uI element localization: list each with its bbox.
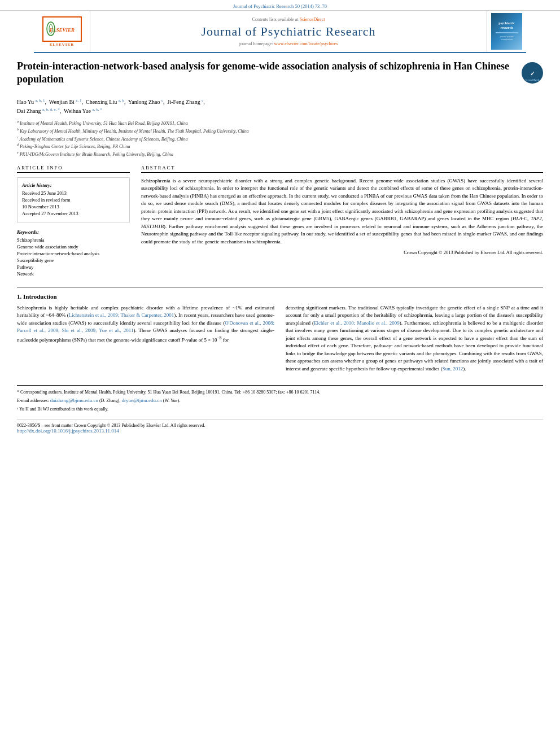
keywords-label: Keywords: bbox=[17, 229, 130, 235]
journal-name: Journal of Psychiatric Research bbox=[202, 24, 376, 39]
received-revised-label: Received in revised form bbox=[22, 197, 125, 203]
affil-e: e PKU-IDG/McGovern Institute for Brain R… bbox=[17, 150, 543, 158]
elsevier-text: ELSEVIER bbox=[50, 42, 74, 47]
article-history-box: Article history: Received 25 June 2013 R… bbox=[17, 177, 130, 222]
author-6: Dai Zhang a, b, d, e, *, bbox=[17, 108, 63, 114]
cite-sun[interactable]: Sun, 2012 bbox=[443, 366, 463, 372]
intro-para-2: detecting significant markers. The tradi… bbox=[286, 304, 543, 373]
received-date: Received 25 June 2013 bbox=[22, 190, 125, 196]
sciencedirect-name[interactable]: ScienceDirect bbox=[300, 17, 325, 22]
sciencedirect-link: Contents lists available at ScienceDirec… bbox=[252, 17, 325, 22]
authors-line: Hao Yu a, b, 1, Wenjian Bi c, 1, Chenxin… bbox=[17, 98, 543, 116]
affil-c: c Academy of Mathematics and Systems Sci… bbox=[17, 135, 543, 143]
affil-a: a Institute of Mental Health, Peking Uni… bbox=[17, 119, 543, 127]
author-4: Yanlong Zhao c, bbox=[128, 99, 166, 105]
author-7: Weihua Yue a, b, * bbox=[64, 108, 102, 114]
author-2: Wenjian Bi c, 1, bbox=[49, 99, 85, 105]
footnote-text: * Corresponding authors. Institute of Me… bbox=[17, 389, 543, 412]
footnote-contribution: ¹ Yu H and Bi WJ contributed to this wor… bbox=[17, 406, 543, 412]
intro-para-1: Schizophrenia is highly heritable and co… bbox=[17, 304, 274, 344]
affil-d: d Peking-Tsinghua Center for Life Scienc… bbox=[17, 142, 543, 150]
keyword-6: Network bbox=[17, 271, 130, 277]
accepted-date: Accepted 27 November 2013 bbox=[22, 211, 125, 216]
keyword-4: Susceptibility gene bbox=[17, 257, 130, 263]
left-column: ARTICLE INFO Article history: Received 2… bbox=[17, 165, 130, 278]
journal-url[interactable]: www.elsevier.com/locate/psychires bbox=[274, 41, 338, 46]
svg-text:✓: ✓ bbox=[530, 71, 535, 77]
elsevier-logo: ELSEVIER ELSEVIER bbox=[34, 11, 90, 52]
doi-link[interactable]: http://dx.doi.org/10.1016/j.jpsychires.2… bbox=[17, 428, 119, 434]
journal-citation: Journal of Psychiatric Research 50 (2014… bbox=[233, 3, 327, 9]
cite-eichler[interactable]: Eichler et al., 2010; Manolio et al., 20… bbox=[314, 320, 400, 326]
intro-left-text: Schizophrenia is highly heritable and co… bbox=[17, 304, 274, 344]
footer-issn: 0022-3956/$ – see front matter Crown Cop… bbox=[17, 423, 543, 428]
footnote-corresponding: * Corresponding authors. Institute of Me… bbox=[17, 389, 543, 395]
email-yue[interactable]: dryue@tjmu.edu.cn bbox=[121, 397, 161, 403]
right-column: ABSTRACT Schizophrenia is a severe neuro… bbox=[141, 165, 543, 278]
intro-right-text: detecting significant markers. The tradi… bbox=[286, 304, 543, 373]
crossmark-icon: ✓ CrossMark bbox=[522, 62, 543, 84]
author-1: Hao Yu a, b, 1, bbox=[17, 99, 48, 105]
article-title-section: ✓ CrossMark Protein-interaction-network-… bbox=[17, 60, 543, 91]
keyword-3: Protein-interaction-network-based analys… bbox=[17, 251, 130, 256]
article-info-header: ARTICLE INFO bbox=[17, 165, 130, 173]
cite-odonovan[interactable]: O'Donovan et al., 2008; Purcell et al., … bbox=[17, 320, 274, 334]
cite-lichtenstein[interactable]: Lichtenstein et al., 2009; Thaker & Carp… bbox=[69, 312, 174, 318]
crossmark-badge: ✓ CrossMark bbox=[522, 62, 543, 84]
abstract-header: ABSTRACT bbox=[141, 165, 543, 173]
journal-thumbnail: psychiatricresearch journal contentvisua… bbox=[487, 11, 526, 52]
author-5: Ji-Feng Zhang c, bbox=[168, 99, 205, 105]
email-daizhang[interactable]: daizhang@bjmu.edu.cn bbox=[50, 397, 98, 403]
keyword-2: Genome-wide association study bbox=[17, 244, 130, 250]
footer-doi: http://dx.doi.org/10.1016/j.jpsychires.2… bbox=[17, 428, 543, 434]
related-word: related bbox=[224, 216, 237, 221]
footnote-area: * Corresponding authors. Institute of Me… bbox=[17, 385, 543, 412]
article-body: ✓ CrossMark Protein-interaction-network-… bbox=[17, 53, 543, 440]
intro-title: 1. Introduction bbox=[17, 293, 543, 300]
affil-b: b Key Laboratory of Mental Health, Minis… bbox=[17, 127, 543, 135]
keywords-section: Keywords: Schizophrenia Genome-wide asso… bbox=[17, 229, 130, 277]
abstract-paragraph: Schizophrenia is a severe neuropsychiatr… bbox=[141, 177, 543, 246]
svg-text:CrossMark: CrossMark bbox=[526, 78, 540, 81]
footnote-email: E-mail addresses: daizhang@bjmu.edu.cn (… bbox=[17, 397, 543, 404]
article-info-abstract-section: ARTICLE INFO Article history: Received 2… bbox=[17, 165, 543, 278]
intro-right-col: detecting significant markers. The tradi… bbox=[286, 304, 543, 377]
journal-title-area: Contents lists available at ScienceDirec… bbox=[90, 11, 487, 52]
intro-left-col: Schizophrenia is highly heritable and co… bbox=[17, 304, 274, 377]
journal-homepage: journal homepage: www.elsevier.com/locat… bbox=[239, 41, 338, 46]
author-3: Chenxing Liu a, b, bbox=[86, 99, 127, 105]
svg-text:ELSEVIER: ELSEVIER bbox=[49, 27, 74, 33]
journal-header: ELSEVIER ELSEVIER Contents lists availab… bbox=[34, 11, 526, 53]
keyword-5: Pathway bbox=[17, 264, 130, 270]
received-revised-date: 10 November 2013 bbox=[22, 204, 125, 209]
affiliations: a Institute of Mental Health, Peking Uni… bbox=[17, 119, 543, 158]
keyword-1: Schizophrenia bbox=[17, 237, 130, 243]
article-title: Protein-interaction-network-based analys… bbox=[17, 60, 543, 91]
copyright-line: Crown Copyright © 2013 Published by Else… bbox=[141, 249, 543, 256]
introduction-section: 1. Introduction Schizophrenia is highly … bbox=[17, 287, 543, 377]
page-container: Journal of Psychiatric Research 50 (2014… bbox=[0, 0, 560, 440]
history-label: Article history: bbox=[22, 182, 125, 188]
abstract-text: Schizophrenia is a severe neuropsychiatr… bbox=[141, 177, 543, 256]
intro-body: Schizophrenia is highly heritable and co… bbox=[17, 304, 543, 377]
top-bar: Journal of Psychiatric Research 50 (2014… bbox=[0, 0, 560, 11]
thumb-image: psychiatricresearch journal contentvisua… bbox=[491, 13, 522, 50]
page-footer: 0022-3956/$ – see front matter Crown Cop… bbox=[17, 419, 543, 434]
